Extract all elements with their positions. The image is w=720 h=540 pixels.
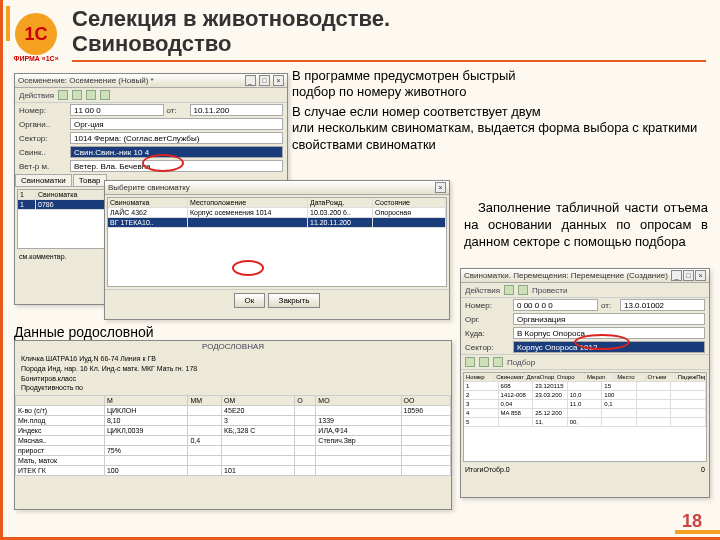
- w2-close-icon[interactable]: ×: [695, 270, 706, 281]
- w2-edit-icon[interactable]: [493, 357, 503, 367]
- popup-close-icon[interactable]: ×: [435, 182, 446, 193]
- ped-col: МО: [316, 396, 401, 406]
- w2-titlebar[interactable]: Свиноматки. Перемещения: Перемещение (Со…: [461, 269, 709, 283]
- w2-from-l: от:: [601, 301, 617, 310]
- w1-titlebar[interactable]: Осеменение: Осеменение (Новый) * _ □ ×: [15, 74, 287, 88]
- paragraph-1: В программе предусмотрен быстрый подбор …: [292, 68, 706, 101]
- table-row: прирост75%: [16, 446, 451, 456]
- w1-org-field[interactable]: Орг-ция: [70, 118, 283, 130]
- popup-buttons: Ок Закрыть: [105, 289, 449, 311]
- table-row[interactable]: 160823.12011515: [464, 382, 706, 391]
- w1-vet-label: Вет-р м.: [19, 162, 67, 171]
- popup-grid[interactable]: Свиноматка Местоположение ДатаРожд. Сост…: [107, 197, 447, 287]
- w2-from-f[interactable]: 13.0.01002: [620, 299, 705, 311]
- w1-sector-label: Сектор:: [19, 134, 67, 143]
- print-icon[interactable]: [72, 90, 82, 100]
- w2-col: ПадежПере..: [676, 373, 706, 381]
- popup-ok-button[interactable]: Ок: [234, 293, 266, 308]
- popup-h4: Состояние: [373, 198, 446, 207]
- w1-date-field[interactable]: 10.11.200: [190, 104, 284, 116]
- p2-first: В случае если номер соответствует двум: [292, 104, 541, 119]
- popup-titlebar[interactable]: Выберите свиноматку ×: [105, 181, 449, 195]
- toolbar-actions[interactable]: Действия: [19, 91, 54, 100]
- w1-number-field[interactable]: 11 00 0: [70, 104, 164, 116]
- w2-num-f[interactable]: 0 00 0 0 0: [513, 299, 598, 311]
- ped-col: М: [104, 396, 188, 406]
- ped-col: [16, 396, 105, 406]
- ped-col: ОМ: [222, 396, 295, 406]
- w1-title-text: Осеменение: Осеменение (Новый) *: [18, 76, 154, 85]
- popup-r1c1: ЛАЙС 4362: [108, 208, 188, 217]
- w2-col: ДатаОпор: [525, 373, 555, 381]
- table-row[interactable]: 30,0411,00,1: [464, 400, 706, 409]
- w2-del-icon[interactable]: [479, 357, 489, 367]
- page-number: 18: [682, 511, 702, 532]
- w2-add-icon[interactable]: [465, 357, 475, 367]
- minimize-icon[interactable]: _: [245, 75, 256, 86]
- ped-col: ММ: [188, 396, 222, 406]
- w2-max-icon[interactable]: □: [683, 270, 694, 281]
- paragraph-2: В случае если номер соответствует двум и…: [292, 104, 706, 153]
- w1-org-label: Органи..: [19, 120, 67, 129]
- popup-r1c2: Корпус осеменения 1014: [188, 208, 308, 217]
- w2-col: Опоро: [555, 373, 585, 381]
- p1-rest: подбор по номеру животного: [292, 84, 466, 99]
- w1-sow-field[interactable]: Свин.Свин.-ник 10 4: [70, 146, 283, 158]
- p1-first: В программе предусмотрен быстрый: [292, 68, 516, 83]
- popup-h1: Свиноматка: [108, 198, 188, 207]
- w2-save-icon[interactable]: [504, 285, 514, 295]
- w2-col: Место: [615, 373, 645, 381]
- pedigree-heading: Данные родословной: [14, 324, 154, 340]
- table-row: Мн.плод8,1031339: [16, 416, 451, 426]
- w1-toolbar: Действия: [15, 88, 287, 103]
- paragraph-3: Заполнение табличной части отъема на осн…: [464, 200, 708, 251]
- table-row[interactable]: 4MA 85825.12.200: [464, 409, 706, 418]
- w2-actions[interactable]: Действия: [465, 286, 500, 295]
- table-row[interactable]: 21412-00823.03.20010,0100: [464, 391, 706, 400]
- table-row: ИТЕК ГК100101: [16, 466, 451, 476]
- w1-sector-field[interactable]: 1014 Ферма: (Соглас.ветСлужбы): [70, 132, 283, 144]
- close-icon[interactable]: ×: [273, 75, 284, 86]
- w2-sector-l: Сектор:: [465, 343, 510, 352]
- title-underline: [72, 60, 706, 62]
- popup-cancel-button[interactable]: Закрыть: [268, 293, 321, 308]
- w1-grid-h1: 1: [18, 190, 36, 199]
- ped-col: ОО: [401, 396, 450, 406]
- w2-col: Свиномат: [494, 373, 524, 381]
- w2-print-icon[interactable]: [518, 285, 528, 295]
- transfer-window: Свиноматки. Перемещения: Перемещение (Со…: [460, 268, 710, 498]
- w2-pick[interactable]: Подбор: [507, 358, 535, 367]
- w1-date-label: от:: [167, 106, 187, 115]
- popup-r2c4: [373, 218, 446, 227]
- table-row: ИндексЦИКЛ,0039КБ;,328 СИЛА,Ф14: [16, 426, 451, 436]
- w2-footer-l: ИтогиОтобр.0: [465, 466, 510, 473]
- ped-head-l2: Бонитиров.класс: [21, 374, 445, 384]
- table-row: К-во (с/т)ЦИКЛОН45E2010596: [16, 406, 451, 416]
- slide-title: Селекция в животноводстве. Свиноводство: [72, 6, 390, 57]
- refresh-icon[interactable]: [86, 90, 96, 100]
- save-icon[interactable]: [58, 90, 68, 100]
- w2-title: Свиноматки. Перемещения: Перемещение (Со…: [464, 271, 668, 280]
- w1-number-label: Номер:: [19, 106, 67, 115]
- w1-vet-field[interactable]: Ветер. Вла. Бечевна: [70, 160, 283, 172]
- help-icon[interactable]: [100, 90, 110, 100]
- ped-head-l3: Продуктивность по: [21, 383, 445, 393]
- logo-subtext: ФИРМА «1С»: [13, 55, 58, 62]
- w1-tab-sows[interactable]: Свиноматки: [15, 174, 72, 186]
- table-row: Мясная..0,4Степич.Звр: [16, 436, 451, 446]
- w2-sector-f[interactable]: Корпус Опороса 1012: [513, 341, 705, 353]
- w2-org-f[interactable]: Организация: [513, 313, 705, 325]
- w1-tab-goods[interactable]: Товар: [73, 174, 107, 186]
- ped-head-l1b: Порода Инд. нар. 16 Кл. Инд-с матк. МКГ …: [21, 364, 445, 374]
- w2-org-l: Орг.: [465, 315, 510, 324]
- w2-submit[interactable]: Провести: [532, 286, 567, 295]
- table-row[interactable]: 511,00,: [464, 418, 706, 427]
- w2-grid[interactable]: НомерСвиноматДатаОпорОпороМеропМестоОтъе…: [463, 372, 707, 462]
- maximize-icon[interactable]: □: [259, 75, 270, 86]
- logo-circle-icon: 1С: [15, 13, 57, 55]
- w1-window-buttons: _ □ ×: [244, 75, 284, 86]
- w2-min-icon[interactable]: _: [671, 270, 682, 281]
- w2-where-f[interactable]: В Корпус Опороса: [513, 327, 705, 339]
- popup-h2: Местоположение: [188, 198, 308, 207]
- w2-col: Мероп: [585, 373, 615, 381]
